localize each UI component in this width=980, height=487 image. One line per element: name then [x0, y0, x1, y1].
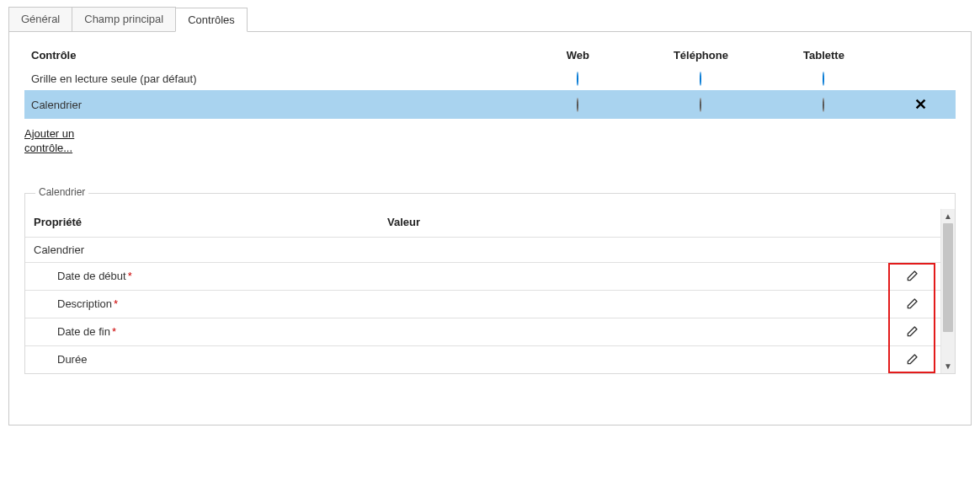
remove-control-icon[interactable]: ✕	[914, 96, 927, 113]
property-row: Date de fin*	[25, 318, 940, 345]
scroll-down-button[interactable]: ▼	[941, 359, 955, 373]
property-label: Date de fin*	[34, 325, 387, 338]
control-row[interactable]: Calendrier✕	[24, 90, 956, 119]
scroll-up-button[interactable]: ▲	[941, 209, 955, 223]
col-header-property: Propriété	[34, 216, 387, 228]
col-header-tablet: Tablette	[762, 44, 885, 67]
properties-header: Propriété Valeur	[25, 209, 940, 237]
property-row: Description*	[25, 290, 940, 318]
property-label: Description*	[34, 297, 387, 310]
controls-table: Contrôle Web Téléphone Tablette Grille e…	[24, 44, 956, 119]
edit-property-button[interactable]	[903, 296, 920, 313]
edit-property-button[interactable]	[903, 324, 920, 340]
add-control-link[interactable]: Ajouter un contrôle...	[24, 127, 74, 156]
col-header-web: Web	[516, 44, 639, 67]
col-header-phone: Téléphone	[639, 44, 762, 67]
properties-scrollbar[interactable]: ▲ ▼	[940, 209, 955, 373]
required-indicator: *	[128, 270, 132, 282]
control-row-label: Grille en lecture seule (par défaut)	[24, 67, 516, 90]
required-indicator: *	[114, 297, 118, 310]
control-row-label: Calendrier	[24, 90, 516, 119]
property-label: Durée	[34, 353, 387, 366]
radio-phone[interactable]	[700, 98, 701, 112]
pencil-icon	[905, 353, 919, 367]
tab-panel-controls: Contrôle Web Téléphone Tablette Grille e…	[8, 32, 972, 425]
radio-phone[interactable]	[700, 72, 701, 86]
control-row[interactable]: Grille en lecture seule (par défaut)	[24, 67, 956, 90]
col-header-value: Valeur	[387, 216, 932, 228]
properties-fieldset: Calendrier Propriété Valeur Calendrier D…	[24, 193, 956, 374]
scroll-track[interactable]	[941, 223, 955, 359]
property-group-label: Calendrier	[34, 244, 387, 256]
edit-property-button[interactable]	[903, 268, 920, 285]
required-indicator: *	[112, 325, 116, 338]
properties-legend: Calendrier	[35, 186, 88, 198]
radio-web[interactable]	[577, 98, 578, 112]
edit-property-button[interactable]	[903, 351, 920, 368]
radio-web[interactable]	[577, 72, 578, 86]
col-header-control: Contrôle	[24, 44, 516, 67]
property-row: Date de début*	[25, 262, 940, 290]
tab-main-field[interactable]: Champ principal	[72, 7, 176, 31]
tab-strip: Général Champ principal Contrôles	[8, 7, 972, 32]
pencil-icon	[905, 325, 919, 339]
scroll-thumb[interactable]	[943, 223, 953, 332]
radio-tablet[interactable]	[823, 98, 824, 112]
tab-controls[interactable]: Contrôles	[175, 8, 248, 32]
tab-general[interactable]: Général	[8, 7, 72, 31]
property-row: Durée	[25, 345, 940, 373]
property-label: Date de début*	[34, 270, 387, 282]
col-header-actions	[885, 44, 956, 67]
pencil-icon	[905, 270, 919, 283]
pencil-icon	[905, 297, 919, 311]
property-group-row: Calendrier	[25, 237, 940, 262]
radio-tablet[interactable]	[823, 72, 824, 86]
